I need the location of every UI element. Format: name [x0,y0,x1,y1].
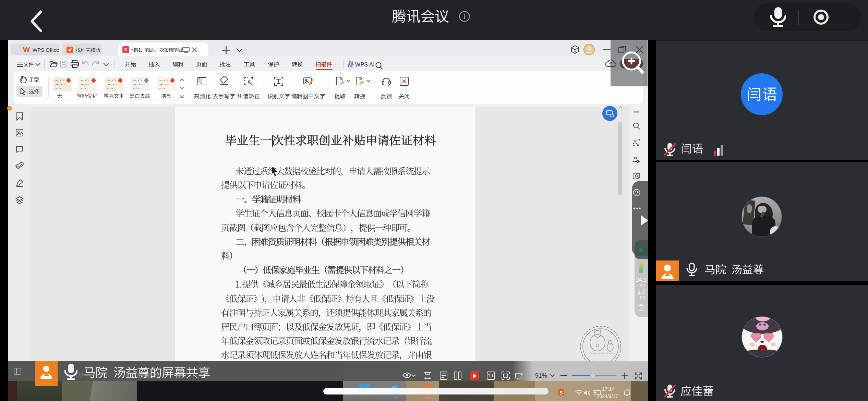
svg-text:A: A [637,143,639,147]
svg-text:P: P [124,47,128,52]
